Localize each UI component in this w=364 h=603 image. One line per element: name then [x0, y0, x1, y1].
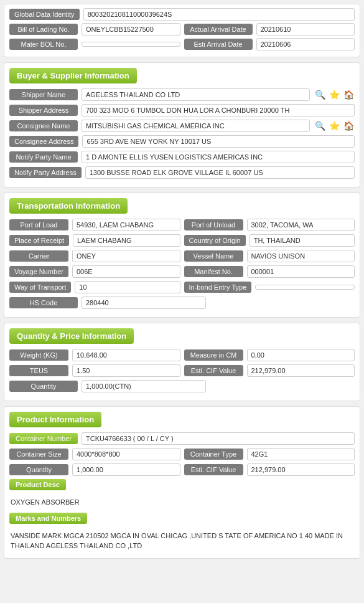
manifest-col: Manifest No. 000001	[184, 265, 355, 278]
actual-arrival-col: Actual Arrival Date 20210610	[184, 23, 355, 36]
mater-bol-row: Mater BOL No. Esti Arrival Date 20210606	[9, 38, 355, 50]
buyer-supplier-header: Buyer & Supplier Information	[9, 68, 137, 83]
consignee-name-icons: 🔍 ⭐ 🏠	[314, 120, 355, 132]
consignee-address-value: 655 3RD AVE NEW YORK NY 10017 US	[82, 135, 355, 148]
shipper-address-label: Shipper Address	[9, 105, 78, 116]
esti-arrival-col: Esti Arrival Date 20210606	[184, 38, 355, 50]
product-desc-row: Product Desc OXYGEN ABSORBER	[9, 479, 355, 510]
search-icon[interactable]: 🔍	[314, 88, 326, 101]
way-transport-value: 10	[75, 281, 180, 293]
quantity-price-header: Quantity & Price Information	[9, 328, 134, 344]
marks-numbers-label: Marks and Numbers	[9, 513, 87, 524]
qty-row: Quantity 1,000.00(CTN)	[9, 380, 355, 392]
weight-measure-row: Weight (KG) 10,648.00 Measure in CM 0.00	[9, 349, 355, 361]
mater-bol-col: Mater BOL No.	[9, 39, 180, 50]
prod-cif-value: 212,979.00	[247, 463, 355, 476]
container-number-row: Container Number TCKU4766633 ( 00 / L / …	[9, 432, 355, 445]
prod-qty-cif-row: Quantity 1,000.00 Esti. CIF Value 212,97…	[9, 463, 355, 476]
notify-party-name-row: Notify Party Name 1 D AMONTE ELLIS YUSEN…	[9, 151, 355, 163]
carrier-col: Carrier ONEY	[9, 250, 180, 262]
weight-value: 10,648.00	[72, 349, 180, 361]
product-desc-label: Product Desc	[9, 479, 66, 490]
port-unload-col: Port of Unload 3002, TACOMA, WA	[184, 219, 355, 231]
port-load-label: Port of Load	[9, 219, 68, 230]
notify-party-name-label: Notify Party Name	[9, 151, 78, 163]
actual-arrival-label: Actual Arrival Date	[184, 24, 253, 35]
teus-cif-row: TEUS 1.50 Esti. CIF Value 212,979.00	[9, 364, 355, 377]
consignee-name-value: MITSUBISHI GAS CHEMICAL AMERICA INC	[82, 120, 310, 132]
teus-col: TEUS 1.50	[9, 364, 180, 377]
product-desc-value: OXYGEN ABSORBER	[9, 495, 355, 510]
notify-party-address-label: Notify Party Address	[9, 167, 82, 178]
marks-numbers-value: VANSIDE MARK MGCA 210502 MGCA IN OVAL CH…	[9, 529, 355, 553]
qty-label: Quantity	[9, 381, 78, 392]
container-size-label: Container Size	[9, 449, 68, 460]
inbond-value	[255, 285, 355, 290]
manifest-label: Manifest No.	[184, 266, 243, 277]
global-data-label: Global Data Identity	[9, 9, 80, 20]
consignee-name-label: Consignee Name	[9, 120, 78, 131]
measure-col: Measure in CM 0.00	[184, 349, 355, 361]
prod-qty-col: Quantity 1,000.00	[9, 463, 180, 476]
shipper-name-row: Shipper Name AGELESS THAILAND CO LTD 🔍 ⭐…	[9, 88, 355, 101]
transportation-section: Transportation Information Port of Load …	[4, 192, 360, 318]
search-icon[interactable]: 🔍	[314, 120, 326, 132]
way-inbond-row: Way of Transport 10 In-bond Entry Type	[9, 281, 355, 293]
global-data-value: 800320210811000039624S	[83, 8, 355, 21]
country-origin-label: Country of Origin	[184, 235, 246, 246]
vessel-label: Vessel Name	[184, 250, 243, 262]
home-icon[interactable]: 🏠	[342, 88, 355, 101]
manifest-value: 000001	[247, 265, 355, 278]
measure-label: Measure in CM	[184, 349, 243, 361]
voyage-col: Voyage Number 006E	[9, 265, 180, 278]
container-type-value: 42G1	[247, 448, 355, 460]
carrier-vessel-row: Carrier ONEY Vessel Name NAVIOS UNISON	[9, 250, 355, 262]
page-wrapper: Global Data Identity 8003202108110000396…	[0, 0, 364, 567]
star-icon[interactable]: ⭐	[328, 120, 340, 132]
buyer-supplier-section: Buyer & Supplier Information Shipper Nam…	[4, 62, 360, 188]
mater-bol-value	[82, 42, 180, 47]
receipt-origin-row: Place of Receipt LAEM CHABANG Country of…	[9, 234, 355, 247]
container-size-value: 4000*808*800	[72, 448, 180, 460]
home-icon[interactable]: 🏠	[342, 120, 355, 132]
cif-label: Esti. CIF Value	[184, 365, 243, 376]
hs-code-row: HS Code 280440	[9, 297, 355, 309]
hs-code-value: 280440	[82, 297, 206, 309]
shipper-name-icons: 🔍 ⭐ 🏠	[314, 88, 355, 101]
way-transport-label: Way of Transport	[9, 282, 71, 293]
way-transport-col: Way of Transport 10	[9, 281, 180, 293]
cif-value: 212,979.00	[247, 364, 355, 377]
inbond-col: In-bond Entry Type	[184, 281, 355, 293]
country-origin-col: Country of Origin TH, THAILAND	[184, 234, 355, 247]
prod-qty-value: 1,000.00	[72, 463, 180, 476]
inbond-label: In-bond Entry Type	[184, 282, 252, 293]
country-origin-value: TH, THAILAND	[250, 234, 355, 247]
bol-value: ONEYLCBB15227500	[82, 23, 180, 36]
vessel-col: Vessel Name NAVIOS UNISON	[184, 250, 355, 262]
container-type-col: Container Type 42G1	[184, 448, 355, 460]
measure-value: 0.00	[247, 349, 355, 361]
bol-arrival-row: Bill of Lading No. ONEYLCBB15227500 Actu…	[9, 23, 355, 36]
bol-col: Bill of Lading No. ONEYLCBB15227500	[9, 23, 180, 36]
port-row: Port of Load 54930, LAEM CHABANG Port of…	[9, 219, 355, 231]
quantity-price-section: Quantity & Price Information Weight (KG)…	[4, 323, 360, 401]
port-unload-value: 3002, TACOMA, WA	[247, 219, 355, 231]
port-load-col: Port of Load 54930, LAEM CHABANG	[9, 219, 180, 231]
carrier-value: ONEY	[72, 250, 180, 262]
transportation-header: Transportation Information	[9, 198, 128, 214]
esti-arrival-value: 20210606	[256, 38, 355, 50]
voyage-manifest-row: Voyage Number 006E Manifest No. 000001	[9, 265, 355, 278]
consignee-name-row: Consignee Name MITSUBISHI GAS CHEMICAL A…	[9, 120, 355, 132]
product-info-header: Product Information	[9, 412, 101, 427]
star-icon[interactable]: ⭐	[328, 88, 340, 101]
container-type-label: Container Type	[184, 449, 243, 460]
shipper-name-value: AGELESS THAILAND CO LTD	[82, 88, 310, 101]
container-number-label: Container Number	[9, 433, 78, 444]
actual-arrival-value: 20210610	[256, 23, 355, 36]
shipper-name-label: Shipper Name	[9, 89, 78, 100]
hs-code-label: HS Code	[9, 297, 78, 308]
port-load-value: 54930, LAEM CHABANG	[72, 219, 180, 231]
consignee-address-label: Consignee Address	[9, 136, 78, 147]
container-number-value: TCKU4766633 ( 00 / L / CY )	[82, 432, 355, 445]
port-unload-label: Port of Unload	[184, 219, 243, 230]
